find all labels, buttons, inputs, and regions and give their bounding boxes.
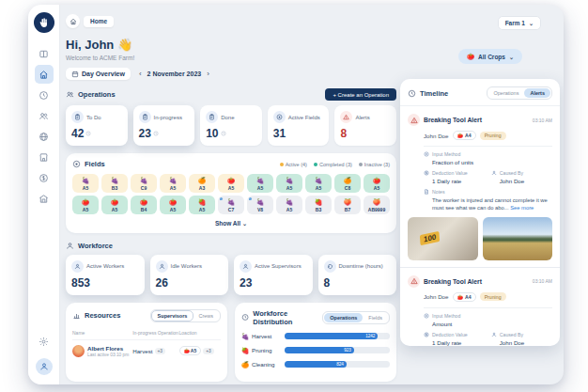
field-chip[interactable]: 🍇 C7	[218, 196, 244, 214]
field-chip[interactable]: 🍇 C9	[131, 174, 157, 193]
operation-chip[interactable]: Pruning	[480, 132, 506, 140]
crop-fruit-icon: 🍓	[305, 198, 332, 206]
crop-fruit-icon: 🍅	[101, 198, 128, 206]
clock-icon[interactable]	[35, 86, 54, 104]
create-operation-button[interactable]: + Create an Operation	[325, 88, 396, 101]
farm-selector[interactable]: Farm 1 ⌄	[498, 16, 541, 30]
field-chip[interactable]: 🍇 A5	[247, 174, 273, 193]
tab-operations[interactable]: Operations	[488, 88, 525, 98]
field-chip[interactable]: 🍅 A5	[364, 174, 390, 193]
prev-day-button[interactable]: ‹	[138, 71, 143, 78]
crop-fruit-icon: 🍇	[101, 177, 128, 184]
settings-gear-icon[interactable]	[35, 332, 54, 351]
field-chip[interactable]: 🍓 B3	[305, 196, 332, 214]
page-title: Hi, John 👋	[66, 38, 396, 52]
home-icon[interactable]	[66, 14, 80, 28]
crop-fruit-icon: 🍇	[160, 177, 186, 184]
legend-item: Active (4)	[280, 162, 307, 167]
field-chip[interactable]: 🍊 C8	[334, 174, 361, 193]
field-chip[interactable]: 🍑 B7	[334, 196, 361, 214]
field-chip[interactable]: 🍑 AB9999	[364, 196, 390, 214]
field-chip[interactable]: 🍇 A5	[276, 196, 302, 214]
finance-icon[interactable]	[35, 168, 54, 187]
next-day-button[interactable]: ›	[206, 71, 210, 78]
location-chip[interactable]: 🍅 A5	[179, 346, 202, 355]
bar-value-label: 824	[336, 361, 344, 368]
chevron-down-icon: ⌄	[529, 20, 534, 26]
tab-alerts[interactable]: Alerts	[524, 88, 550, 98]
stat-card-active-fields[interactable]: Active Fields 31	[268, 105, 330, 146]
stat-card-alerts[interactable]: Alerts 8	[334, 105, 396, 146]
stat-card-active-supervisors[interactable]: Active Supervisors 23	[234, 255, 313, 295]
operations-icon[interactable]	[35, 106, 54, 125]
day-overview-selector[interactable]: Day Overview	[66, 68, 131, 80]
timeline-panel: Timeline Operations Alerts Breaking Tool…	[400, 79, 560, 346]
stat-card-done[interactable]: Done 10	[200, 105, 262, 146]
field-chip[interactable]: 🍇 A5	[305, 174, 332, 193]
avatar	[72, 345, 85, 357]
field-chip[interactable]: 🍅 A5	[101, 196, 128, 214]
stat-card-to-do[interactable]: To Do 42	[66, 105, 128, 146]
alert-card[interactable]: Breaking Tool Alert 03:10 AM John Doe 🍅 …	[408, 275, 552, 346]
globe-icon[interactable]	[35, 127, 54, 146]
field-chip[interactable]: 🍇 B3	[101, 174, 128, 193]
tab-crews[interactable]: Crews	[193, 311, 219, 321]
timeline-tabs: Operations Alerts	[487, 86, 553, 100]
resources-table: Albert Flores Last active 03:10 pm Harve…	[72, 345, 221, 357]
field-chip[interactable]: 🍅 A5	[160, 196, 186, 214]
table-row[interactable]: Albert Flores Last active 03:10 pm Harve…	[72, 345, 221, 357]
bar-track: 1242	[285, 333, 390, 339]
field-chip[interactable]: 🍊 A3	[189, 174, 215, 193]
right-column: Farm 1 ⌄ 🍅 All Crops ⌄ Timeline Operatio…	[400, 12, 560, 346]
stat-card-active-workers[interactable]: Active Workers 853	[66, 255, 145, 295]
field-chip[interactable]: 🍇 A5	[276, 174, 302, 193]
home-icon[interactable]	[35, 65, 54, 84]
sidebar-footer	[35, 330, 54, 375]
field-chip[interactable]: 🍅 A4	[453, 292, 476, 302]
see-more-link[interactable]: See more	[510, 205, 534, 211]
field-chip[interactable]: 🍅 A5	[72, 196, 99, 214]
bar-fill: 824	[285, 361, 347, 368]
field-chip[interactable]: 🍇 A5	[160, 174, 186, 193]
more-count-badge[interactable]: +3	[203, 348, 213, 354]
app-logo[interactable]	[34, 12, 54, 33]
stat-card-downtime[interactable]: Downtime (hours) 8	[318, 255, 397, 295]
calendar-icon	[71, 71, 79, 78]
deduction-value-icon	[424, 332, 429, 337]
crop-fruit-icon: 🍅	[131, 198, 157, 206]
profile-avatar[interactable]	[36, 358, 53, 375]
fields-legend: Active (4) Completed (3) Inactive (3)	[280, 162, 390, 167]
bar-track: 824	[285, 361, 390, 368]
alert-card[interactable]: Breaking Tool Alert 03:10 AM John Doe 🍅 …	[408, 114, 552, 268]
tab-fields[interactable]: Fields	[363, 313, 388, 322]
alert-timestamp: 03:10 AM	[533, 278, 552, 284]
fields-grid: 🍇 A5 🍇 B3 🍇 C9 🍇 A5	[72, 174, 390, 214]
field-chip[interactable]: 🍇 A5	[72, 174, 99, 193]
all-crops-selector[interactable]: 🍅 All Crops ⌄	[458, 49, 522, 64]
operation-chip[interactable]: Pruning	[480, 292, 506, 301]
show-all-button[interactable]: Show All ⌄	[72, 220, 390, 227]
workforce-stats: Active Workers 853 Idle Workers 26 A	[66, 255, 396, 295]
photo-thumbnail[interactable]: 100	[408, 217, 478, 260]
field-chip[interactable]: 🍓 A5	[189, 196, 215, 214]
panels-icon[interactable]	[35, 44, 54, 63]
stat-card-in-progress[interactable]: In-progress 23	[133, 105, 195, 146]
crop-fruit-icon: 🍇	[305, 177, 332, 184]
field-chip[interactable]: 🍅 A4	[453, 131, 476, 140]
crop-fruit-icon: 🍑	[334, 198, 361, 206]
farm-icon[interactable]	[35, 189, 54, 208]
crops-icon: 🍅	[467, 53, 474, 60]
caused-by-icon	[491, 170, 497, 176]
field-chip[interactable]: 🍇 V8	[247, 196, 273, 214]
notes-icon	[424, 189, 429, 195]
bar-chart-icon	[72, 311, 81, 320]
more-count-badge[interactable]: +3	[155, 348, 165, 354]
field-chip[interactable]: 🍅 B4	[131, 196, 157, 214]
breadcrumb-home[interactable]: Home	[84, 16, 114, 27]
field-chip[interactable]: 🍅 A5	[218, 174, 244, 193]
photo-thumbnail[interactable]	[483, 217, 553, 260]
tab-operations[interactable]: Operations	[324, 313, 363, 322]
store-icon[interactable]	[35, 148, 54, 166]
tab-supervisors[interactable]: Supervisors	[151, 310, 194, 321]
stat-card-idle-workers[interactable]: Idle Workers 26	[150, 255, 229, 295]
